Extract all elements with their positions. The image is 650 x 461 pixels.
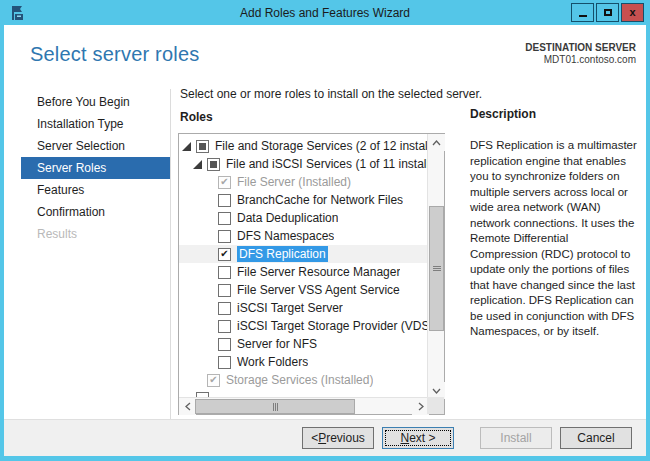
sidebar-item-installation-type[interactable]: Installation Type [21, 113, 170, 135]
scroll-left-button[interactable] [179, 398, 196, 415]
checkbox-indeterminate[interactable] [207, 158, 220, 171]
tree-item-label[interactable]: File Server Resource Manager [237, 265, 400, 279]
tree-item-work-folders[interactable]: Work Folders [179, 353, 427, 371]
tree-item-iscsi-target-server[interactable]: iSCSI Target Server [179, 299, 427, 317]
sidebar-item-server-selection[interactable]: Server Selection [21, 135, 170, 157]
minimize-icon [579, 15, 587, 17]
sidebar-item-results: Results [21, 223, 170, 245]
tree-item-storage-services-installed[interactable]: Storage Services (Installed) [179, 371, 427, 389]
sidebar-divider [170, 89, 171, 419]
tree-item-label[interactable]: File and iSCSI Services (1 of 11 install… [226, 157, 427, 171]
description-title: Description [470, 107, 638, 121]
chevron-left-icon [185, 402, 191, 411]
chevron-down-icon [432, 388, 441, 394]
tree-item-label[interactable]: iSCSI Target Storage Provider (VDS and V… [237, 319, 427, 333]
checkbox-unchecked[interactable] [218, 320, 231, 333]
destination-label: DESTINATION SERVER [525, 42, 636, 54]
sidebar-item-server-roles[interactable]: Server Roles [21, 157, 170, 179]
tree-item-branchcache-for-network-files[interactable]: BranchCache for Network Files [179, 191, 427, 209]
tree-item-label[interactable]: Storage Services (Installed) [226, 373, 373, 387]
checkbox-unchecked[interactable] [218, 230, 231, 243]
destination-info: DESTINATION SERVER MDT01.contoso.com [525, 42, 636, 66]
horizontal-scrollbar[interactable] [179, 397, 429, 414]
tree-item-dfs-replication[interactable]: DFS Replication [179, 245, 427, 263]
roles-listbox: File and Storage Services (2 of 12 insta… [178, 133, 445, 415]
tree-item-label[interactable]: File Server VSS Agent Service [237, 283, 400, 297]
tree-item-label[interactable]: Data Deduplication [237, 211, 338, 225]
checkbox-indeterminate[interactable] [196, 140, 209, 153]
tree-item-label[interactable]: File Server (Installed) [237, 175, 351, 189]
tree-item-file-and-iscsi-services-1-of-11-installed[interactable]: File and iSCSI Services (1 of 11 install… [179, 155, 427, 173]
checkbox-unchecked[interactable] [218, 212, 231, 225]
tree-item-server-for-nfs[interactable]: Server for NFS [179, 335, 427, 353]
tree-item-dfs-namespaces[interactable]: DFS Namespaces [179, 227, 427, 245]
tree-item-iscsi-target-storage-provider-vds-and-vss[interactable]: iSCSI Target Storage Provider (VDS and V… [179, 317, 427, 335]
tree-item-label[interactable]: DFS Replication [237, 246, 328, 262]
roles-tree: File and Storage Services (2 of 12 insta… [179, 134, 427, 397]
roles-label: Roles [180, 110, 213, 124]
checkbox-unchecked[interactable] [218, 356, 231, 369]
tree-item-file-and-storage-services-2-of-12-installed[interactable]: File and Storage Services (2 of 12 insta… [179, 137, 427, 155]
next-button[interactable]: Next > [382, 427, 454, 449]
scroll-up-button[interactable] [428, 134, 445, 151]
close-icon: x [629, 7, 635, 18]
checkbox-unchecked[interactable] [218, 338, 231, 351]
minimize-button[interactable] [571, 3, 594, 22]
sidebar-item-before-you-begin[interactable]: Before You Begin [21, 91, 170, 113]
destination-server: MDT01.contoso.com [525, 54, 636, 66]
checkbox-checked-disabled [218, 176, 231, 189]
cancel-button[interactable]: Cancel [560, 427, 632, 449]
instruction-text: Select one or more roles to install on t… [180, 87, 482, 101]
titlebar: Add Roles and Features Wizard x [4, 0, 646, 25]
description-panel: Description DFS Replication is a multima… [470, 107, 638, 340]
tree-item-file-server-resource-manager[interactable]: File Server Resource Manager [179, 263, 427, 281]
tree-item-label[interactable]: Work Folders [237, 355, 308, 369]
wizard-content: Select server roles DESTINATION SERVER M… [4, 25, 646, 456]
wizard-window: Add Roles and Features Wizard x Select s… [0, 0, 650, 461]
checkbox-checked[interactable] [218, 248, 231, 261]
tree-item-label[interactable]: BranchCache for Network Files [237, 193, 403, 207]
maximize-button[interactable] [596, 3, 619, 22]
vertical-scroll-thumb[interactable] [429, 206, 444, 331]
page-title: Select server roles [30, 43, 199, 66]
window-title: Add Roles and Features Wizard [4, 6, 646, 20]
tree-expanded-icon[interactable] [182, 142, 196, 151]
chevron-up-icon [432, 140, 441, 146]
tree-item-data-deduplication[interactable]: Data Deduplication [179, 209, 427, 227]
thumb-grip-icon [273, 403, 278, 411]
scrollbar-corner [427, 397, 444, 414]
description-body: DFS Replication is a multimaster replica… [470, 138, 638, 340]
wizard-footer: < PreviousNext >InstallCancel [4, 419, 646, 456]
sidebar-item-features[interactable]: Features [21, 179, 170, 201]
thumb-grip-icon [433, 266, 441, 271]
vertical-scrollbar[interactable] [427, 134, 444, 399]
checkbox-unchecked[interactable] [218, 266, 231, 279]
install-button: Install [480, 427, 552, 449]
checkbox-unchecked[interactable] [218, 284, 231, 297]
tree-item-label[interactable]: DFS Namespaces [237, 229, 334, 243]
sidebar-item-confirmation[interactable]: Confirmation [21, 201, 170, 223]
close-button[interactable]: x [621, 3, 644, 22]
wizard-steps-sidebar: Before You BeginInstallation TypeServer … [21, 91, 170, 245]
previous-button[interactable]: < Previous [302, 427, 374, 449]
tree-item-file-server-vss-agent-service[interactable]: File Server VSS Agent Service [179, 281, 427, 299]
chevron-right-icon [418, 402, 424, 411]
tree-item-label[interactable]: Server for NFS [237, 337, 317, 351]
checkbox-unchecked[interactable] [218, 194, 231, 207]
tree-item-label[interactable]: File and Storage Services (2 of 12 insta… [215, 139, 427, 153]
tree-item-partial[interactable] [179, 389, 427, 397]
tree-item-label[interactable]: iSCSI Target Server [237, 301, 343, 315]
tree-item-file-server-installed[interactable]: File Server (Installed) [179, 173, 427, 191]
tree-expanded-icon[interactable] [193, 160, 207, 169]
checkbox-checked-disabled [207, 374, 220, 387]
maximize-icon [604, 9, 612, 16]
checkbox-unchecked[interactable] [218, 302, 231, 315]
horizontal-scroll-thumb[interactable] [195, 399, 355, 414]
